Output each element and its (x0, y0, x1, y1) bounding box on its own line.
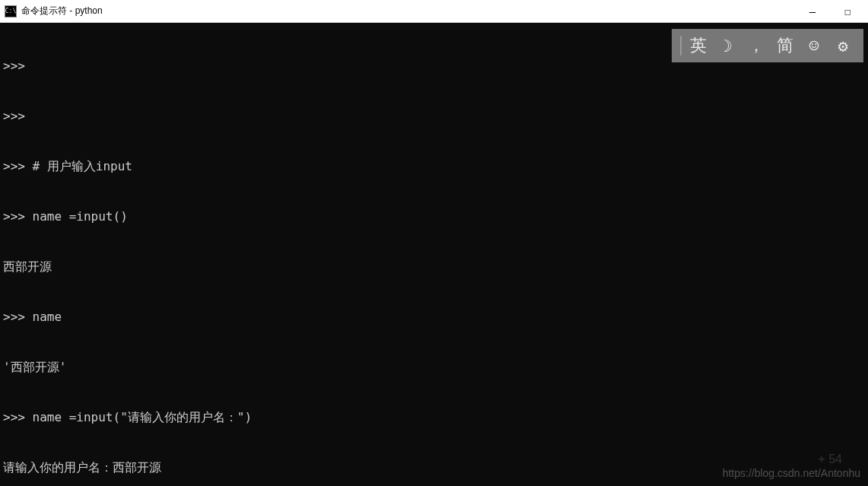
ime-language-button[interactable]: 英 (686, 34, 711, 57)
maximize-button[interactable]: ☐ (838, 4, 857, 19)
ime-punctuation-button[interactable]: ， (744, 34, 768, 57)
terminal-line: >>> name (3, 309, 865, 326)
titlebar-left: C:\ 命令提示符 - python (5, 5, 103, 17)
ime-mode-button[interactable]: 简 (773, 34, 797, 57)
terminal-line: 西部开源 (3, 259, 865, 275)
terminal-line: >>> name =input() (3, 208, 865, 225)
moon-icon[interactable]: ☽ (715, 37, 739, 56)
gear-icon[interactable]: ⚙ (831, 37, 855, 56)
terminal-line: >>> name =input("请输入你的用户名：") (3, 409, 865, 426)
terminal-line: >>> (3, 108, 865, 125)
minimize-button[interactable]: — (803, 4, 822, 19)
ime-separator (680, 36, 682, 56)
cmd-icon: C:\ (5, 5, 17, 17)
watermark: https://blog.csdn.net/Antonhu (723, 465, 860, 481)
window-controls: — ☐ (803, 4, 863, 19)
window-titlebar: C:\ 命令提示符 - python — ☐ (0, 0, 868, 23)
face-icon[interactable]: ☺ (802, 37, 826, 56)
window-title: 命令提示符 - python (21, 5, 103, 17)
terminal-area[interactable]: >>> >>> >>> # 用户输入input >>> name =input(… (0, 23, 868, 486)
terminal-line: '西部开源' (3, 359, 865, 376)
terminal-line: >>> # 用户输入input (3, 158, 865, 175)
ime-toolbar[interactable]: 英 ☽ ， 简 ☺ ⚙ (672, 29, 863, 62)
